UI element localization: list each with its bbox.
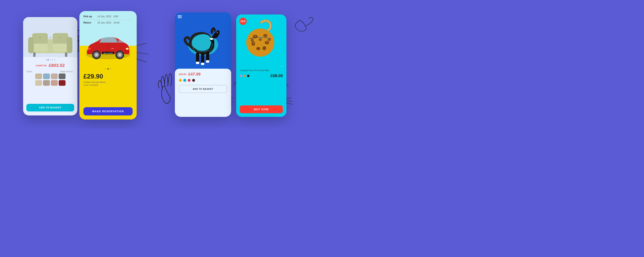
svg-point-39 xyxy=(95,53,98,56)
car-dots xyxy=(84,68,133,69)
horse-price-row: £63.99 £47.99 xyxy=(179,72,227,76)
bag-bottom-section: ⤢ Leopard Faux Fur Round Bag £68.00 BUY … xyxy=(236,63,286,117)
svg-line-13 xyxy=(135,52,149,54)
horse-color-3[interactable] xyxy=(188,79,190,82)
pickup-label: Pick up xyxy=(84,15,98,18)
horse-color-4[interactable] xyxy=(192,79,195,82)
bag-price: £68.00 xyxy=(270,73,283,78)
expand-icon: ⤢ xyxy=(280,65,283,68)
swatch-2[interactable] xyxy=(43,73,50,79)
svg-point-33 xyxy=(60,37,61,38)
swatch-3[interactable] xyxy=(51,73,58,79)
pickup-date: 14 Jun, 2021 xyxy=(98,15,111,18)
svg-rect-36 xyxy=(87,50,92,54)
svg-point-62 xyxy=(218,34,220,35)
svg-point-71 xyxy=(251,38,254,42)
dot-2 xyxy=(48,59,49,60)
svg-point-76 xyxy=(266,41,268,43)
car-dot-3 xyxy=(110,68,111,69)
svg-point-75 xyxy=(252,42,254,44)
swatch-8[interactable] xyxy=(59,80,66,86)
bag-color-2[interactable] xyxy=(244,75,246,77)
add-to-basket-button[interactable]: ADD TO BASKET xyxy=(26,104,74,111)
return-date: 25 Jun, 2021 xyxy=(98,21,111,24)
svg-rect-25 xyxy=(32,43,48,52)
swatch-6[interactable] xyxy=(43,80,50,86)
svg-text:MINI COOPER: MINI COOPER xyxy=(103,53,113,54)
main-scene: £1607.04 £803.52 Colour Stella Dove G...… xyxy=(0,0,322,128)
horse-color-1[interactable] xyxy=(179,79,182,82)
svg-point-32 xyxy=(50,37,51,38)
image-dots xyxy=(45,59,55,60)
svg-point-69 xyxy=(262,46,266,50)
car-price: £29.90 xyxy=(84,73,103,80)
svg-rect-29 xyxy=(33,52,36,57)
discounted-price: £803.52 xyxy=(49,63,65,68)
colour-label-row: Colour Stella Dove G... xyxy=(26,70,74,73)
pickup-row: Pick up 14 Jun, 2021 8:00 xyxy=(84,15,133,18)
dot-1 xyxy=(45,59,46,60)
make-reservation-button[interactable]: MAKE RESERVATION xyxy=(84,107,133,115)
return-label: Return xyxy=(84,21,98,24)
horse-color-2[interactable] xyxy=(183,79,186,82)
sofa-card: £1607.04 £803.52 Colour Stella Dove G...… xyxy=(23,17,78,115)
svg-rect-23 xyxy=(32,33,48,44)
svg-point-74 xyxy=(264,34,266,36)
car-bottom-section: £29.90 Collision Damage Waiver Level 1 i… xyxy=(80,66,137,119)
svg-rect-58 xyxy=(206,60,209,63)
car-dot-1 xyxy=(105,68,106,69)
horse-bottom-section: £63.99 £47.99 ADD TO BASKET xyxy=(175,69,231,117)
horse-image-area xyxy=(175,12,231,69)
colour-name: Stella Dove G... xyxy=(60,70,74,73)
svg-point-61 xyxy=(217,32,218,33)
add-to-basket-horse-button[interactable]: ADD TO BASKET xyxy=(179,85,227,93)
horse-original-price: £63.99 xyxy=(179,73,186,76)
svg-rect-30 xyxy=(65,52,67,57)
menu-icon[interactable] xyxy=(178,15,182,19)
dot-5 xyxy=(54,59,55,60)
new-badge: NEW xyxy=(240,18,247,25)
price-row: £1607.04 £803.52 xyxy=(36,63,65,68)
svg-rect-51 xyxy=(178,18,182,18)
bag-color-1[interactable] xyxy=(240,75,242,77)
horse-color-dots xyxy=(179,79,227,82)
swatch-4[interactable] xyxy=(59,73,66,79)
buy-now-button[interactable]: BUY NOW xyxy=(240,105,283,113)
svg-rect-28 xyxy=(67,37,72,53)
swatch-7[interactable] xyxy=(51,80,58,86)
car-image-area: MINI COOPER xyxy=(80,26,137,66)
car-top-section: Pick up 14 Jun, 2021 8:00 Return 25 Jun,… xyxy=(80,11,137,26)
bag-icon-row: ⤢ xyxy=(240,65,283,68)
bag-price-color-row: £68.00 xyxy=(240,73,283,78)
svg-point-48 xyxy=(88,48,91,50)
svg-rect-27 xyxy=(28,37,34,53)
svg-point-59 xyxy=(210,38,213,40)
horse-card: £63.99 £47.99 ADD TO BASKET xyxy=(175,12,231,117)
original-price: £1607.04 xyxy=(36,64,47,67)
svg-point-77 xyxy=(260,36,261,38)
bag-color-3[interactable] xyxy=(247,75,250,77)
svg-point-63 xyxy=(246,28,274,57)
svg-rect-49 xyxy=(178,15,182,16)
dot-4 xyxy=(52,59,53,60)
svg-point-68 xyxy=(256,47,260,50)
svg-rect-44 xyxy=(111,48,114,49)
svg-point-31 xyxy=(40,37,40,38)
car-dot-2 xyxy=(108,68,109,69)
dot-3 xyxy=(50,59,51,60)
svg-point-73 xyxy=(254,35,256,37)
svg-point-42 xyxy=(118,53,121,56)
swatch-1[interactable] xyxy=(35,73,42,79)
colour-swatches xyxy=(35,73,66,86)
colour-label: Colour xyxy=(26,70,32,73)
svg-point-47 xyxy=(126,48,129,50)
car-description: Collision Damage Waiver Level 1 included xyxy=(84,81,106,86)
svg-rect-26 xyxy=(53,43,68,52)
svg-rect-55 xyxy=(206,52,209,62)
swatch-5[interactable] xyxy=(35,80,42,86)
car-card: Pick up 14 Jun, 2021 8:00 Return 25 Jun,… xyxy=(80,11,137,119)
sofa-image-area xyxy=(23,17,78,57)
svg-rect-50 xyxy=(178,16,182,17)
svg-rect-56 xyxy=(196,62,199,64)
pickup-time: 8:00 xyxy=(113,15,118,18)
